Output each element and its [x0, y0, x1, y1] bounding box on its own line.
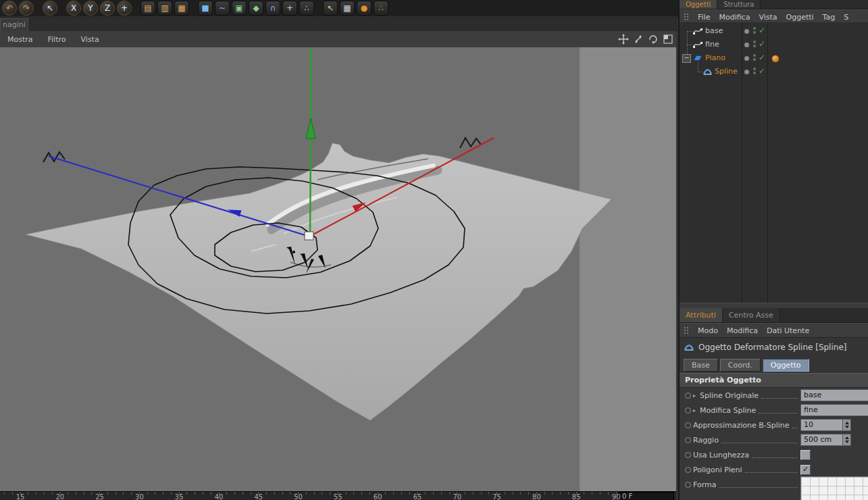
timeline-ruler[interactable]: 0 F 15202530354045505560657075808590	[0, 491, 676, 500]
animation-dot-icon[interactable]	[685, 407, 691, 414]
viewport-canvas[interactable]	[0, 47, 676, 491]
visibility-dots-icon[interactable]	[753, 68, 756, 76]
kernel-dots-icon[interactable]: ∴	[374, 1, 388, 16]
animation-dot-icon[interactable]	[685, 422, 691, 428]
menu-vista[interactable]: Vista	[74, 35, 107, 44]
toggle-view-icon[interactable]	[663, 34, 673, 45]
x-axis-lock-icon[interactable]: X	[66, 1, 81, 16]
disclosure-icon[interactable]: ▸	[693, 407, 700, 414]
group-header[interactable]: Proprietà Oggetto	[680, 373, 868, 388]
object-label[interactable]: fine	[705, 40, 719, 49]
disclosure-icon[interactable]: ▸	[693, 393, 700, 399]
om-menu-file[interactable]: File	[698, 13, 710, 22]
right-panel: Oggetti Struttura File Modifica Vista Og…	[678, 0, 868, 500]
redo-icon[interactable]: ↷	[19, 1, 34, 16]
timeline-tick-label: 50	[291, 493, 306, 500]
render-region-icon[interactable]: ▥	[157, 1, 172, 16]
animation-dot-icon[interactable]	[685, 482, 691, 488]
section-tab-oggetto[interactable]: Oggetto	[763, 359, 809, 372]
render-view-icon[interactable]: ▤	[141, 1, 155, 16]
tree-row-piano[interactable]: − Piano ✓	[680, 51, 868, 65]
phong-tag-icon[interactable]	[771, 55, 780, 63]
om-menu-tag[interactable]: Tag	[823, 13, 836, 22]
am-menu-modo[interactable]: Modo	[698, 326, 718, 335]
am-menu-modifica[interactable]: Modifica	[727, 326, 758, 335]
object-label[interactable]: Piano	[705, 53, 725, 62]
live-selection-icon[interactable]: ↖	[43, 1, 57, 16]
animation-dot-icon[interactable]	[685, 437, 691, 443]
menu-filtro[interactable]: Filtro	[41, 35, 74, 44]
section-tab-base[interactable]: Base	[684, 359, 718, 372]
spinner-control[interactable]	[843, 434, 851, 446]
visibility-dots-icon[interactable]	[753, 54, 756, 62]
poligoni-pieni-checkbox[interactable]: ✓	[800, 465, 811, 475]
deformer-icon[interactable]: ◆	[249, 1, 263, 16]
spline-originale-field[interactable]: base	[800, 389, 868, 401]
menu-mostra[interactable]: Mostra	[0, 35, 41, 44]
dotted-leader	[745, 466, 798, 473]
tree-row-fine[interactable]: fine ✓	[680, 38, 868, 51]
panel-grip-icon[interactable]	[684, 326, 689, 334]
panel-grip-icon[interactable]	[684, 13, 689, 21]
z-axis-lock-icon[interactable]: Z	[100, 1, 115, 16]
section-tab-coord[interactable]: Coord.	[720, 359, 761, 372]
tab-centro-asse[interactable]: Centro Asse	[723, 308, 780, 322]
y-axis-lock-icon[interactable]: Y	[83, 1, 98, 16]
raggio-field[interactable]: 500 cm	[800, 434, 843, 446]
pan-view-icon[interactable]	[618, 34, 629, 45]
enabled-check-icon[interactable]: ✓	[759, 66, 765, 76]
axis-origin-handle[interactable]	[305, 232, 313, 240]
animation-dot-icon[interactable]	[685, 452, 691, 458]
timeline-tick-label: 60	[370, 493, 385, 500]
primitive-cube-icon[interactable]: ■	[198, 1, 213, 16]
forma-spline-grid[interactable]	[800, 476, 868, 500]
enabled-check-icon[interactable]: ✓	[759, 53, 765, 62]
om-menu-vista[interactable]: Vista	[759, 13, 777, 22]
spline-pen-icon[interactable]: ~	[215, 1, 230, 16]
spinner-control[interactable]	[843, 419, 851, 431]
nurbs-icon[interactable]: ∩	[265, 1, 280, 16]
scene-tools-icon[interactable]: +	[282, 1, 297, 16]
om-menu-modifica[interactable]: Modifica	[719, 13, 750, 22]
enabled-check-icon[interactable]: ✓	[759, 39, 765, 49]
om-menu-segnalibri[interactable]: S	[844, 13, 848, 22]
undo-icon[interactable]: ↶	[2, 1, 17, 16]
current-frame-field[interactable]: 0 F	[618, 492, 674, 500]
array-object-icon[interactable]: ▣	[232, 1, 247, 16]
modifica-spline-field[interactable]: fine	[800, 404, 868, 416]
tree-row-base[interactable]: base ✓	[680, 24, 868, 38]
tab-struttura[interactable]: Struttura	[717, 0, 761, 9]
layer-dot-icon[interactable]	[744, 56, 749, 61]
am-menu-dati-utente[interactable]: Dati Utente	[767, 326, 809, 335]
layer-dot-icon[interactable]	[744, 70, 749, 74]
object-label[interactable]: base	[705, 26, 723, 35]
tab-oggetti[interactable]: Oggetti	[680, 0, 717, 9]
animation-dot-icon[interactable]	[685, 467, 691, 473]
visibility-dots-icon[interactable]	[753, 41, 756, 49]
layer-dot-icon[interactable]	[744, 29, 749, 34]
globe-icon[interactable]: ●	[357, 1, 372, 16]
timeline-tick-label: 15	[13, 493, 28, 500]
viewport-3d[interactable]	[0, 47, 676, 491]
layer-dot-icon[interactable]	[744, 43, 749, 47]
dotted-leader	[752, 451, 798, 458]
zoom-view-icon[interactable]	[633, 34, 644, 45]
coordinate-system-icon[interactable]: +	[117, 1, 132, 16]
object-label[interactable]: Spline	[715, 67, 738, 76]
usa-lunghezza-checkbox[interactable]	[800, 450, 811, 460]
structure-table-icon[interactable]: ▦	[340, 1, 355, 16]
collapse-expander-icon[interactable]: −	[682, 54, 691, 63]
timeline-tick-label: 25	[93, 493, 107, 500]
visibility-dots-icon[interactable]	[753, 27, 756, 35]
animation-dot-icon[interactable]	[685, 393, 691, 399]
om-menu-oggetti[interactable]: Oggetti	[786, 13, 814, 22]
rotate-view-icon[interactable]	[648, 34, 659, 45]
particles-icon[interactable]: ∴	[299, 1, 314, 16]
tree-row-spline[interactable]: Spline ✓	[680, 65, 868, 78]
approssimazione-field[interactable]: 10	[800, 419, 843, 431]
picture-viewer-tab[interactable]: nagini	[0, 18, 28, 32]
render-settings-icon[interactable]: ▦	[174, 1, 189, 16]
enabled-check-icon[interactable]: ✓	[759, 26, 765, 35]
tab-attributi[interactable]: Attributi	[680, 308, 723, 322]
move-tool-icon[interactable]: ↖	[323, 1, 338, 16]
